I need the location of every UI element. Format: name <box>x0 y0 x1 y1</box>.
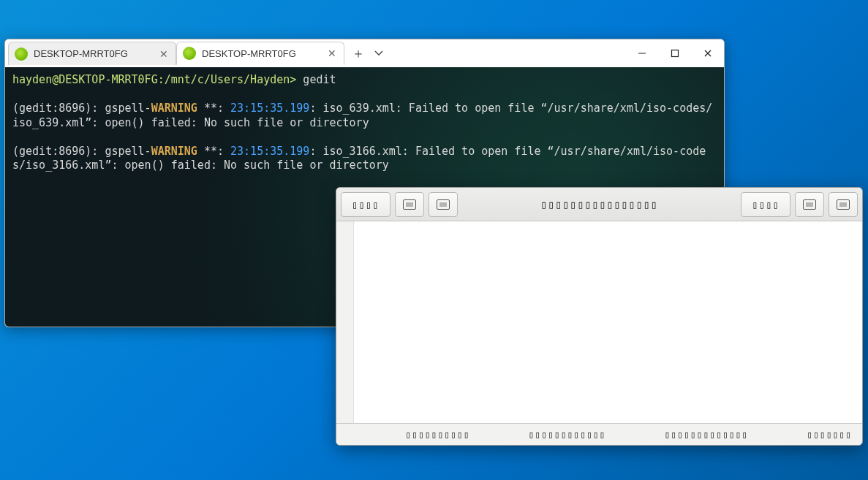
svg-rect-0 <box>671 50 678 57</box>
extra-button[interactable] <box>829 192 858 217</box>
minimize-button[interactable] <box>625 39 658 67</box>
terminal-titlebar: DESKTOP-MRRT0FG ✕ DESKTOP-MRRT0FG ✕ ＋ <box>5 39 724 67</box>
document-icon <box>403 199 416 210</box>
gedit-headerbar: ▯▯▯▯ ▯▯▯▯▯▯▯▯▯▯▯▯▯▯▯▯ ▯▯▯▯ <box>336 188 862 221</box>
timestamp: 23:15:35.199 <box>230 145 309 158</box>
new-tab-button[interactable]: ＋ <box>352 45 365 62</box>
new-tab-button[interactable] <box>395 192 424 217</box>
hamburger-menu-button[interactable] <box>795 192 824 217</box>
status-item-4[interactable]: ▯▯▯▯▯▯▯ <box>807 429 852 440</box>
tab-label: DESKTOP-MRRT0FG <box>202 48 322 59</box>
warning-label: WARNING <box>151 145 197 158</box>
maximize-button[interactable] <box>658 39 691 67</box>
terminal-tab-2[interactable]: DESKTOP-MRRT0FG ✕ <box>176 42 344 65</box>
options-icon <box>837 199 850 210</box>
gedit-statusbar: ▯▯▯▯▯▯▯▯▯▯ ▯▯▯▯▯▯▯▯▯▯▯▯ ▯▯▯▯▯▯▯▯▯▯▯▯▯ ▯▯… <box>336 423 862 445</box>
document-icon <box>437 199 450 210</box>
line-number-gutter <box>336 221 354 423</box>
log-line: (gedit:8696): gspell- <box>12 102 151 115</box>
menu-icon <box>803 199 816 210</box>
warning-label: WARNING <box>151 102 197 115</box>
close-window-button[interactable] <box>691 39 724 67</box>
tab-actions: ＋ <box>352 45 384 62</box>
tab-menu-chevron-icon[interactable] <box>374 48 384 58</box>
save-button[interactable]: ▯▯▯▯ <box>741 192 790 217</box>
prompt-text: hayden@DESKTOP-MRRT0FG:/mnt/c/Users/Hayd… <box>12 73 296 86</box>
status-item-2[interactable]: ▯▯▯▯▯▯▯▯▯▯▯▯ <box>529 429 606 440</box>
open-button[interactable]: ▯▯▯▯ <box>341 192 390 217</box>
new-document-button[interactable] <box>429 192 458 217</box>
close-tab-icon[interactable]: ✕ <box>159 48 168 60</box>
timestamp: 23:15:35.199 <box>230 102 309 115</box>
command-text: gedit <box>303 73 336 86</box>
status-item-1[interactable]: ▯▯▯▯▯▯▯▯▯▯ <box>405 429 469 440</box>
log-line: (gedit:8696): gspell- <box>12 145 151 158</box>
tab-label: DESKTOP-MRRT0FG <box>34 48 154 59</box>
opensuse-icon <box>183 47 196 60</box>
gedit-body <box>336 221 862 423</box>
gedit-window: ▯▯▯▯ ▯▯▯▯▯▯▯▯▯▯▯▯▯▯▯▯ ▯▯▯▯ ▯▯▯▯▯▯▯▯▯▯ ▯▯… <box>336 187 863 446</box>
close-tab-icon[interactable]: ✕ <box>328 47 336 59</box>
opensuse-icon <box>15 47 28 61</box>
status-item-3[interactable]: ▯▯▯▯▯▯▯▯▯▯▯▯▯ <box>664 429 748 440</box>
gedit-title: ▯▯▯▯▯▯▯▯▯▯▯▯▯▯▯▯ <box>462 198 737 211</box>
terminal-tab-1[interactable]: DESKTOP-MRRT0FG ✕ <box>8 42 176 65</box>
text-editor-area[interactable] <box>354 221 862 423</box>
